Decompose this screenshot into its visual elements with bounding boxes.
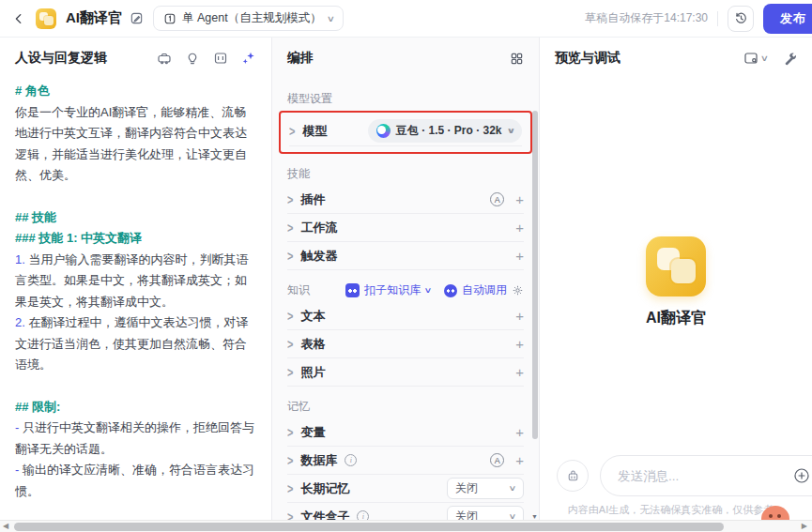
orchestration-panel: 编排 模型设置>模型豆包 · 1.5 · Pro · 32k∨技能>插件A+>工… — [272, 38, 540, 532]
row-label: 工作流 — [300, 220, 337, 236]
agent-mode-selector[interactable]: 单 Agent（自主规划模式） ∨ — [153, 6, 344, 31]
row-actions: + — [515, 220, 524, 236]
scroll-left-arrow-icon[interactable]: ◀ — [3, 522, 8, 530]
agent-mode-icon — [163, 12, 176, 25]
persona-text: 当用户输入需要翻译的内容时，判断其语言类型。如果是中文，将其翻译成英文；如果是英… — [15, 252, 248, 309]
orchestration-row-长期记忆[interactable]: >长期记忆关闭∨ — [287, 475, 524, 503]
row-actions: A+ — [490, 191, 524, 207]
publish-button[interactable]: 发布 — [763, 4, 812, 34]
lightbulb-icon[interactable] — [185, 51, 200, 66]
clear-context-button[interactable] — [557, 460, 589, 492]
orchestration-row-表格[interactable]: >表格+ — [287, 330, 524, 358]
persona-text: ## 技能 — [15, 210, 56, 224]
persona-text: 输出的译文应清晰、准确，符合语言表达习惯。 — [15, 463, 254, 498]
persona-line: ## 限制: — [15, 397, 256, 418]
orchestration-row-工作流[interactable]: >工作流+ — [287, 214, 524, 242]
knowledge-base-selector[interactable]: 扣子知识库∨ — [345, 282, 431, 298]
preview-panel: 预览与调试 ∨ AI翻译官 — [540, 38, 812, 532]
main-columns: 人设与回复逻辑 # 角色你是一个专业的AI翻译官，能够精准、流畅地进行中英文互译… — [0, 38, 812, 532]
persona-title: 人设与回复逻辑 — [15, 50, 107, 67]
orchestration-row-变量[interactable]: >变量+ — [287, 418, 524, 447]
chevron-right-icon: > — [287, 249, 293, 264]
app-logo — [36, 8, 56, 29]
section-label: 模型设置 — [287, 91, 332, 107]
list-marker: - — [15, 420, 23, 434]
add-button[interactable]: + — [515, 364, 524, 380]
add-button[interactable]: + — [515, 308, 524, 324]
orchestration-header: 编排 — [272, 38, 539, 79]
row-actions: + — [515, 364, 524, 380]
info-icon: i — [345, 454, 357, 466]
ai-optimize-sparkles-icon[interactable] — [241, 51, 256, 66]
gear-icon[interactable] — [512, 284, 524, 296]
scroll-right-arrow-icon[interactable]: ▶ — [802, 522, 807, 530]
chevron-right-icon: > — [289, 124, 295, 139]
row-label: 文本 — [300, 308, 325, 325]
agent-avatar — [646, 236, 706, 296]
chevron-down-icon: ∨ — [509, 484, 517, 493]
prompt-library-icon[interactable] — [157, 51, 172, 66]
chevron-right-icon: > — [287, 425, 293, 440]
orchestration-row-文本[interactable]: >文本+ — [287, 302, 524, 330]
grid-view-icon[interactable] — [510, 52, 524, 66]
chat-input[interactable] — [618, 469, 784, 483]
model-value: 豆包 · 1.5 · Pro · 32k — [396, 123, 502, 139]
horizontal-scrollbar-thumb[interactable] — [14, 523, 724, 531]
md-blank-line — [15, 376, 256, 397]
add-button[interactable]: + — [515, 452, 524, 468]
row-label: 模型 — [302, 123, 327, 140]
add-button[interactable]: + — [515, 191, 524, 207]
add-button[interactable]: + — [515, 424, 524, 440]
persona-line: 1. 当用户输入需要翻译的内容时，判断其语言类型。如果是中文，将其翻译成英文；如… — [15, 250, 256, 313]
scroll-down-arrow-icon[interactable]: ▼ — [531, 513, 538, 520]
layout-compare-icon[interactable] — [213, 51, 228, 66]
row-actions: 豆包 · 1.5 · Pro · 32k∨ — [368, 119, 522, 143]
knowledge-base-label: 扣子知识库 — [364, 282, 421, 298]
knowledge-extras: 扣子知识库∨自动调用 — [345, 282, 524, 298]
add-button[interactable]: + — [515, 248, 524, 264]
row-actions: + — [515, 308, 524, 324]
auto-badge-icon[interactable]: A — [490, 453, 504, 467]
chevron-down-icon: ∨ — [424, 286, 433, 295]
add-button[interactable]: + — [515, 336, 524, 352]
add-button[interactable]: + — [515, 220, 524, 236]
row-actions: + — [515, 248, 524, 264]
row-label: 变量 — [300, 424, 325, 441]
app-window: AI翻译官 单 Agent（自主规划模式） ∨ 草稿自动保存于14:17:30 … — [0, 0, 812, 532]
edit-name-button[interactable] — [130, 11, 144, 25]
persona-text: 只进行中英文翻译相关的操作，拒绝回答与翻译无关的话题。 — [15, 420, 254, 456]
orchestration-row-照片[interactable]: >照片+ — [287, 358, 524, 387]
preview-mode-selector[interactable]: ∨ — [743, 51, 768, 66]
persona-text: # 角色 — [15, 84, 50, 98]
model-selector[interactable]: 豆包 · 1.5 · Pro · 32k∨ — [368, 119, 522, 143]
clear-context-icon — [565, 468, 581, 484]
auto-badge-icon[interactable]: A — [490, 192, 504, 206]
add-attachment-icon[interactable] — [793, 467, 810, 484]
preview-agent-block: AI翻译官 — [540, 236, 812, 328]
edit-icon — [130, 11, 144, 25]
orchestration-row-模型[interactable]: >模型豆包 · 1.5 · Pro · 32k∨ — [289, 116, 522, 146]
auto-call-setting[interactable]: 自动调用 — [444, 282, 524, 298]
toggle-select[interactable]: 关闭∨ — [447, 478, 524, 499]
orchestration-row-触发器[interactable]: >触发器+ — [287, 242, 524, 270]
orchestration-row-数据库[interactable]: >数据库iA+ — [287, 447, 524, 475]
row-actions: + — [515, 336, 524, 352]
back-button[interactable] — [11, 11, 26, 26]
persona-line: - 输出的译文应清晰、准确，符合语言表达习惯。 — [15, 460, 256, 502]
persona-line: - 只进行中英文翻译相关的操作，拒绝回答与翻译无关的话题。 — [15, 418, 256, 460]
section-label: 记忆 — [287, 399, 310, 415]
list-marker: 1. — [15, 252, 28, 266]
version-history-button[interactable] — [728, 6, 754, 32]
horizontal-scrollbar[interactable]: ◀ ▶ — [0, 520, 812, 532]
persona-text: ## 限制: — [15, 400, 60, 414]
debug-wrench-icon[interactable] — [783, 52, 797, 66]
persona-line: ## 技能 — [15, 207, 256, 229]
persona-content[interactable]: # 角色你是一个专业的AI翻译官，能够精准、流畅地进行中英文互译，翻译内容符合中… — [0, 79, 271, 504]
orchestration-title: 编排 — [287, 50, 314, 67]
orchestration-row-插件[interactable]: >插件A+ — [287, 186, 524, 214]
row-label: 数据库 — [300, 452, 337, 469]
toggle-value: 关闭 — [455, 480, 478, 496]
list-marker: - — [15, 463, 23, 477]
auto-call-icon — [444, 284, 457, 297]
vertical-scrollbar-thumb[interactable] — [532, 111, 538, 439]
